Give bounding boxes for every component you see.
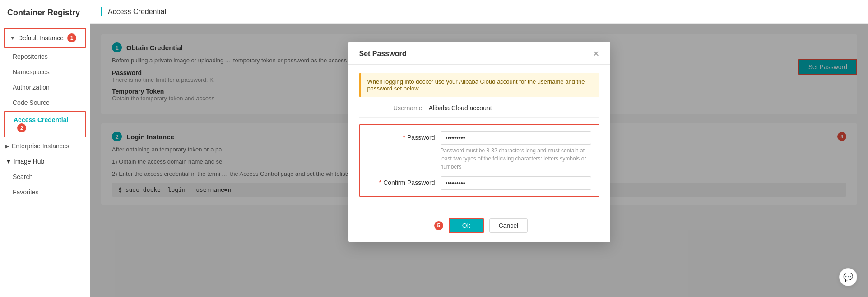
page-title: Access Credential: [108, 8, 166, 16]
password-input[interactable]: [441, 131, 591, 145]
header-divider: [101, 7, 102, 16]
confirm-password-label: *Confirm Password: [367, 176, 435, 186]
username-label: Username: [359, 104, 422, 112]
confirm-password-input-wrap: [441, 176, 591, 190]
default-instance-header[interactable]: ▼ Default Instance 1: [4, 28, 86, 48]
sidebar-item-access-credential[interactable]: Access Credential 2: [4, 111, 86, 137]
badge-5: 5: [434, 221, 443, 230]
cancel-button[interactable]: Cancel: [489, 218, 528, 233]
password-form-box: *Password Password must be 8-32 characte…: [359, 124, 599, 197]
chat-icon[interactable]: 💬: [839, 268, 857, 286]
chat-glyph: 💬: [843, 272, 853, 282]
modal-overlay: Set Password ✕ When logging into docker …: [90, 24, 868, 297]
username-info-row: Username Alibaba Cloud account: [359, 104, 599, 118]
page-header: Access Credential: [90, 0, 868, 24]
password-input-wrap: Password must be 8-32 characters long an…: [441, 131, 591, 171]
modal-header: Set Password ✕: [348, 42, 610, 65]
confirm-password-input[interactable]: [441, 176, 591, 190]
sidebar: Container Registry ▼ Default Instance 1 …: [0, 0, 90, 297]
modal-warning: When logging into docker use your Alibab…: [359, 73, 599, 97]
sidebar-item-code-source[interactable]: Code Source: [0, 95, 90, 110]
password-field-label: *Password: [367, 131, 435, 141]
default-instance-label: Default Instance: [18, 34, 64, 42]
sidebar-item-authorization[interactable]: Authorization: [0, 80, 90, 95]
chevron-down-icon-2: ▼: [5, 158, 12, 165]
username-value: Alibaba Cloud account: [429, 104, 492, 112]
chevron-right-icon: ▶: [5, 143, 9, 149]
modal-title: Set Password: [359, 50, 407, 58]
image-hub-header[interactable]: ▼ Image Hub: [0, 154, 90, 169]
app-title: Container Registry: [0, 0, 90, 24]
modal-close-button[interactable]: ✕: [593, 50, 599, 58]
sidebar-item-repositories[interactable]: Repositories: [0, 49, 90, 64]
content-area: 1 Obtain Credential Before pulling a pri…: [90, 24, 868, 297]
confirm-password-form-row: *Confirm Password: [367, 176, 591, 190]
main-content: Access Credential 1 Obtain Credential Be…: [90, 0, 868, 297]
sidebar-item-search[interactable]: Search: [0, 169, 90, 184]
sidebar-item-namespaces[interactable]: Namespaces: [0, 64, 90, 80]
badge-2: 2: [17, 123, 26, 132]
ok-button[interactable]: Ok: [449, 218, 484, 233]
modal-body: When logging into docker use your Alibab…: [348, 65, 610, 213]
sidebar-item-favorites[interactable]: Favorites: [0, 184, 90, 200]
set-password-modal: Set Password ✕ When logging into docker …: [348, 42, 610, 242]
password-form-row: *Password Password must be 8-32 characte…: [367, 131, 591, 171]
chevron-down-icon: ▼: [10, 35, 15, 41]
password-hint: Password must be 8-32 characters long an…: [441, 146, 591, 171]
modal-footer: 5 Ok Cancel: [348, 213, 610, 242]
badge-1: 1: [67, 33, 76, 42]
enterprise-instances-item[interactable]: ▶ Enterprise Instances: [0, 138, 90, 154]
